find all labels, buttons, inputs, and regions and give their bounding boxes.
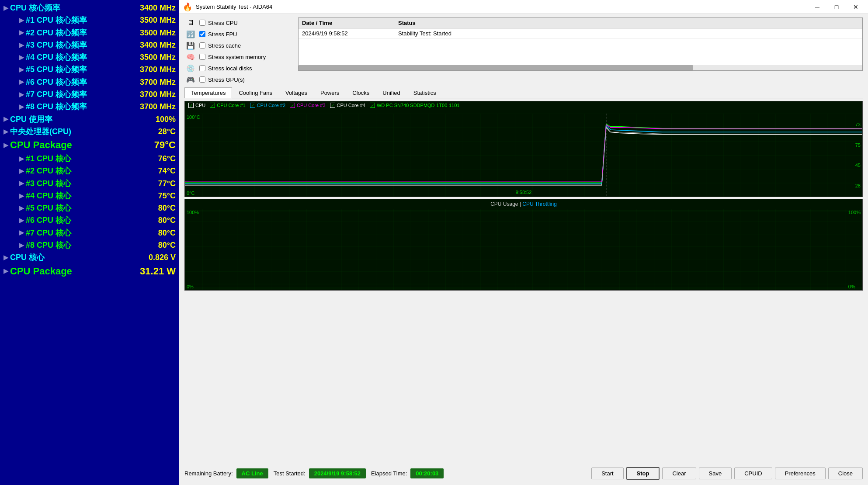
tab-unified[interactable]: Unified <box>376 87 406 98</box>
close-button[interactable]: Close <box>828 468 863 479</box>
stress-option-label: Stress cache <box>208 42 241 49</box>
status-table-header: Date / Time Status <box>299 18 862 28</box>
left-row-value: 80°C <box>158 240 176 250</box>
tab-temperatures[interactable]: Temperatures <box>184 87 232 98</box>
tab-statistics[interactable]: Statistics <box>407 87 443 98</box>
legend-item-cpu-core-#4: CPU Core #4 <box>330 103 365 108</box>
status-datetime-value: 2024/9/19 9:58:52 <box>302 30 398 37</box>
left-row-label: CPU Package <box>10 265 72 278</box>
left-row-value: 31.21 W <box>140 265 176 278</box>
cpuid-button[interactable]: CPUID <box>734 468 772 479</box>
left-row-value: 3700 MHz <box>140 101 176 112</box>
start-button[interactable]: Start <box>591 468 623 479</box>
left-row-value: 3700 MHz <box>140 77 176 87</box>
bottom-bar: Remaining Battery: AC Line Test Started:… <box>184 464 863 482</box>
left-row-label: #4 CPU 核心频率 <box>26 52 87 62</box>
stress-option-stress-system-memory: 🧠 Stress system memory <box>184 52 289 62</box>
status-status-value: Stability Test: Started <box>398 30 859 37</box>
maximize-button[interactable]: □ <box>828 1 845 13</box>
save-button[interactable]: Save <box>699 468 732 479</box>
test-started-value: 2024/9/19 9:58:52 <box>309 468 366 478</box>
svg-rect-2 <box>185 209 862 290</box>
stress-option-label: Stress system memory <box>208 54 266 60</box>
elapsed-time-label: Elapsed Time: <box>371 470 407 477</box>
stress-option-label: Stress local disks <box>208 65 252 72</box>
left-row-label: #6 CPU 核心频率 <box>26 77 87 87</box>
left-panel-row: ▶ CPU 核心 0.826 V <box>0 251 179 263</box>
right-panel: 🔥 System Stability Test - AIDA64 ─ □ ✕ 🖥… <box>179 0 868 485</box>
left-row-label: CPU 核心 <box>10 252 45 263</box>
y-label-28: 28 <box>855 183 861 188</box>
left-row-label: #2 CPU 核心 <box>26 166 71 176</box>
charts-area: CPU CPU Core #1 CPU Core #2 CPU Core #3 … <box>184 101 863 462</box>
remaining-battery-label: Remaining Battery: <box>184 470 233 477</box>
close-window-button[interactable]: ✕ <box>847 1 865 13</box>
left-panel-row: ▶ #7 CPU 核心 80°C <box>0 227 179 239</box>
tab-cooling-fans[interactable]: Cooling Fans <box>232 87 279 98</box>
clear-button[interactable]: Clear <box>662 468 696 479</box>
stress-option-label: Stress CPU <box>208 20 238 26</box>
cpu-throttling-link[interactable]: CPU Throttling <box>522 201 556 207</box>
stop-button[interactable]: Stop <box>626 467 660 480</box>
action-buttons: Start Stop Clear Save CPUID Preferences … <box>591 467 863 480</box>
svg-rect-0 <box>185 114 862 197</box>
left-row-label: #7 CPU 核心频率 <box>26 89 87 100</box>
chart-top-x-label: 9:58:52 <box>516 190 532 195</box>
title-bar: 🔥 System Stability Test - AIDA64 ─ □ ✕ <box>179 0 868 14</box>
status-table-row: 2024/9/19 9:58:52 Stability Test: Starte… <box>299 28 862 39</box>
tab-powers[interactable]: Powers <box>314 87 346 98</box>
y-label-0pct-right: 0% <box>848 284 861 289</box>
left-panel: ▶ CPU 核心频率 3400 MHz ▶ #1 CPU 核心频率 3500 M… <box>0 0 179 485</box>
temperature-chart-svg <box>185 114 862 197</box>
left-panel-row: ▶ CPU 使用率 100% <box>0 113 179 125</box>
chart-bottom-y-left: 100% 0% <box>187 209 199 290</box>
left-row-value: 80°C <box>158 228 176 238</box>
stress-option-checkbox[interactable] <box>199 31 205 37</box>
legend-item-wd-pc-sn740-sddpmqd-1t00-1101: WD PC SN740 SDDPMQD-1T00-1101 <box>370 103 460 108</box>
chart-bottom-title: CPU Usage | CPU Throttling <box>185 201 862 207</box>
legend-check[interactable] <box>188 103 194 108</box>
test-started-label: Test Started: <box>274 470 306 477</box>
legend-check[interactable] <box>370 103 375 108</box>
minimize-button[interactable]: ─ <box>809 1 826 13</box>
stress-option-stress-gpu(s): 🎮 Stress GPU(s) <box>184 74 289 85</box>
y-label-100: 100°C <box>187 114 200 120</box>
left-panel-row: ▶ #4 CPU 核心 75°C <box>0 190 179 202</box>
stress-option-checkbox[interactable] <box>199 65 205 71</box>
legend-check[interactable] <box>250 103 255 108</box>
stress-option-checkbox[interactable] <box>199 76 205 83</box>
remaining-battery-info: Remaining Battery: AC Line <box>184 468 268 478</box>
tab-clocks[interactable]: Clocks <box>346 87 376 98</box>
preferences-button[interactable]: Preferences <box>775 468 826 479</box>
cpu-usage-chart-svg <box>185 209 862 290</box>
left-row-label: #5 CPU 核心 <box>26 203 71 213</box>
status-header-datetime: Date / Time <box>302 20 398 26</box>
y-label-45: 45 <box>855 163 861 168</box>
legend-check[interactable] <box>330 103 335 108</box>
left-panel-row: ▶ #3 CPU 核心频率 3400 MHz <box>0 39 179 51</box>
status-scrollbar[interactable] <box>299 65 862 70</box>
left-panel-row: ▶ #6 CPU 核心频率 3700 MHz <box>0 76 179 88</box>
left-row-label: #3 CPU 核心 <box>26 178 71 189</box>
left-row-value: 75°C <box>158 191 176 201</box>
legend-check[interactable] <box>210 103 215 108</box>
elapsed-time-value: 00:20:03 <box>410 468 444 478</box>
legend-item-cpu-core-#3: CPU Core #3 <box>290 103 325 108</box>
tab-voltages[interactable]: Voltages <box>279 87 314 98</box>
stress-option-checkbox[interactable] <box>199 20 205 26</box>
left-row-label: #4 CPU 核心 <box>26 191 71 201</box>
left-row-value: 3500 MHz <box>140 28 176 38</box>
left-row-value: 3700 MHz <box>140 64 176 75</box>
left-panel-row: ▶ #7 CPU 核心频率 3700 MHz <box>0 88 179 100</box>
status-header-status: Status <box>398 20 859 26</box>
status-scrollbar-thumb <box>299 65 693 70</box>
left-row-value: 100% <box>156 114 176 125</box>
status-table: Date / Time Status 2024/9/19 9:58:52 Sta… <box>298 17 863 71</box>
legend-check[interactable] <box>290 103 295 108</box>
stress-option-checkbox[interactable] <box>199 54 205 60</box>
app-icon: 🔥 <box>183 2 192 12</box>
stress-option-checkbox[interactable] <box>199 42 205 48</box>
left-row-label: #2 CPU 核心频率 <box>26 28 87 38</box>
left-row-value: 28°C <box>158 126 176 137</box>
left-row-label: #1 CPU 核心 <box>26 153 71 164</box>
